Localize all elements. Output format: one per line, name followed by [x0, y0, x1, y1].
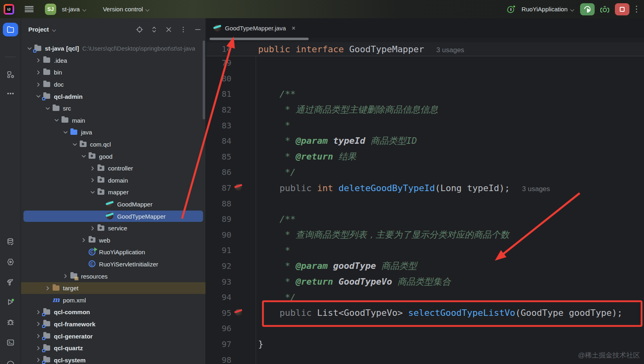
project-tool-icon[interactable]	[3, 23, 18, 36]
chevron-collapsed-icon[interactable]	[61, 273, 70, 279]
chevron-expanded-icon[interactable]	[34, 93, 43, 100]
chevron-collapsed-icon[interactable]	[34, 69, 43, 76]
main-menu-icon[interactable]	[25, 6, 34, 13]
notifications-tool-icon[interactable]	[3, 356, 18, 364]
line-number[interactable]: 98	[206, 355, 231, 364]
database-tool-icon[interactable]	[3, 235, 18, 249]
tree-item-main[interactable]: main	[21, 115, 205, 127]
chevron-collapsed-icon[interactable]	[34, 309, 43, 315]
panel-options-icon[interactable]	[180, 26, 187, 33]
line-number[interactable]: 91	[206, 245, 231, 255]
tree-item-qcl-common[interactable]: qcl-common	[21, 306, 205, 318]
chevron-expanded-icon[interactable]	[52, 117, 61, 123]
tree-item-doc[interactable]: doc	[21, 79, 205, 91]
chevron-collapsed-icon[interactable]	[34, 333, 43, 339]
code-line-81[interactable]: 81 /**	[206, 86, 644, 102]
tree-item-resources[interactable]: resources	[21, 270, 205, 282]
line-number[interactable]: 88	[206, 199, 231, 209]
code-line-93[interactable]: 93 * @return GoodTypeVo 商品类型集合	[206, 274, 644, 289]
debug-button[interactable]	[600, 5, 609, 14]
chevron-collapsed-icon[interactable]	[34, 57, 43, 64]
line-number[interactable]: 86	[206, 167, 231, 177]
chevron-collapsed-icon[interactable]	[34, 345, 43, 351]
line-number[interactable]: 90	[206, 230, 231, 240]
chevron-collapsed-icon[interactable]	[88, 165, 97, 172]
tree-item-RuoYiServletInitializer[interactable]: CRuoYiServletInitializer	[21, 258, 205, 270]
tree-item-java[interactable]: java	[21, 126, 205, 138]
run-configuration-selector[interactable]: RuoYiApplication	[521, 6, 574, 13]
tree-item-mapper[interactable]: mapper	[21, 186, 205, 198]
code-line-95[interactable]: 95 public List<GoodTypeVo> selectGoodTyp…	[206, 305, 644, 321]
code-line-86[interactable]: 86 */	[206, 164, 644, 180]
tree-item-qcl-generator[interactable]: qcl-generator	[21, 330, 205, 342]
code-line-92[interactable]: 92 * @param goodType 商品类型	[206, 258, 644, 274]
sticky-header-line[interactable]: 14 public interface GoodTypeMapper3 usag…	[206, 42, 644, 56]
usages-inlay-hint[interactable]: 3 usages	[522, 185, 550, 193]
chevron-expanded-icon[interactable]	[43, 105, 52, 112]
tree-item-qcl-system[interactable]: qcl-system	[21, 354, 205, 364]
tree-item-controller[interactable]: controller	[21, 162, 205, 175]
code-line-97[interactable]: 97}	[206, 336, 644, 352]
code-line-89[interactable]: 89 /**	[206, 211, 644, 227]
tree-item-GoodMapper[interactable]: GoodMapper	[21, 198, 205, 211]
tree-item-target[interactable]: target	[21, 282, 205, 294]
code-line-79[interactable]: 79	[206, 55, 644, 71]
code-line-94[interactable]: 94 */	[206, 289, 644, 305]
code-line-84[interactable]: 84 * @param typeId 商品类型ID	[206, 133, 644, 149]
project-switcher[interactable]: st-java	[62, 6, 87, 13]
code-line-96[interactable]: 96	[206, 321, 644, 336]
code-line-83[interactable]: 83 *	[206, 117, 644, 133]
chevron-collapsed-icon[interactable]	[88, 177, 97, 183]
usages-inlay-hint[interactable]: 3 usages	[436, 46, 464, 54]
code-line-91[interactable]: 91 *	[206, 243, 644, 258]
tree-item-web[interactable]: web	[21, 234, 205, 247]
tree-item-st-java[interactable]: st-java [qcl]C:\Users\qcl\Desktop\spring…	[21, 43, 205, 55]
chevron-collapsed-icon[interactable]	[79, 237, 88, 243]
line-number[interactable]: 82	[206, 105, 231, 115]
chevron-collapsed-icon[interactable]	[43, 285, 52, 292]
services-tool-icon[interactable]	[3, 255, 18, 269]
tree-item-good[interactable]: good	[21, 150, 205, 162]
line-number[interactable]: 89	[206, 214, 231, 224]
tree-item-pom.xml[interactable]: mpom.xml	[21, 294, 205, 306]
line-number[interactable]: 97	[206, 339, 231, 349]
panel-scrollbar[interactable]	[203, 40, 205, 119]
structure-tool-icon[interactable]	[3, 68, 18, 81]
tree-item-.idea[interactable]: .idea	[21, 55, 205, 67]
chevron-collapsed-icon[interactable]	[34, 81, 43, 88]
rerun-button[interactable]	[580, 3, 595, 15]
expand-all-icon[interactable]	[150, 26, 158, 33]
build-tool-icon[interactable]	[3, 275, 18, 289]
chevron-expanded-icon[interactable]	[25, 45, 34, 52]
terminal-tool-icon[interactable]	[3, 336, 18, 349]
tree-item-RuoYiApplication[interactable]: CRuoYiApplication	[21, 246, 205, 258]
tree-item-bin[interactable]: bin	[21, 66, 205, 79]
chevron-expanded-icon[interactable]	[79, 153, 88, 160]
tree-item-domain[interactable]: domain	[21, 175, 205, 187]
mybatis-statement-gutter-icon[interactable]	[235, 184, 243, 192]
line-number[interactable]: 79	[206, 58, 231, 68]
code-line-88[interactable]: 88	[206, 196, 644, 211]
line-number[interactable]: 83	[206, 121, 231, 130]
tree-item-qcl-quartz[interactable]: qcl-quartz	[21, 342, 205, 354]
more-options-menu[interactable]	[635, 5, 638, 13]
code-line-87[interactable]: 87 public int deleteGoodByTypeId(Long ty…	[206, 180, 644, 196]
code-line-85[interactable]: 85 * @return 结果	[206, 149, 644, 165]
line-number[interactable]: 87	[206, 183, 231, 193]
avatar[interactable]: SJ	[45, 4, 56, 15]
hide-panel-icon[interactable]	[194, 26, 201, 33]
line-number[interactable]: 95	[206, 308, 231, 318]
code-line-82[interactable]: 82 * 通过商品类型主键删除商品信息信息	[206, 102, 644, 118]
line-number[interactable]: 94	[206, 292, 231, 302]
chevron-expanded-icon[interactable]	[70, 141, 79, 148]
collapse-all-icon[interactable]	[165, 26, 172, 33]
chevron-collapsed-icon[interactable]	[34, 321, 43, 327]
line-number[interactable]: 93	[206, 277, 231, 287]
locate-file-icon[interactable]	[136, 26, 143, 33]
chevron-expanded-icon[interactable]	[88, 189, 97, 196]
line-number[interactable]: 92	[206, 261, 231, 271]
run-tool-icon[interactable]	[3, 295, 18, 309]
more-tool-windows-icon[interactable]	[3, 87, 18, 100]
line-number[interactable]: 85	[206, 152, 231, 162]
code-viewport[interactable]: 798081 /**82 * 通过商品类型主键删除商品信息信息83 *84 * …	[206, 55, 644, 364]
